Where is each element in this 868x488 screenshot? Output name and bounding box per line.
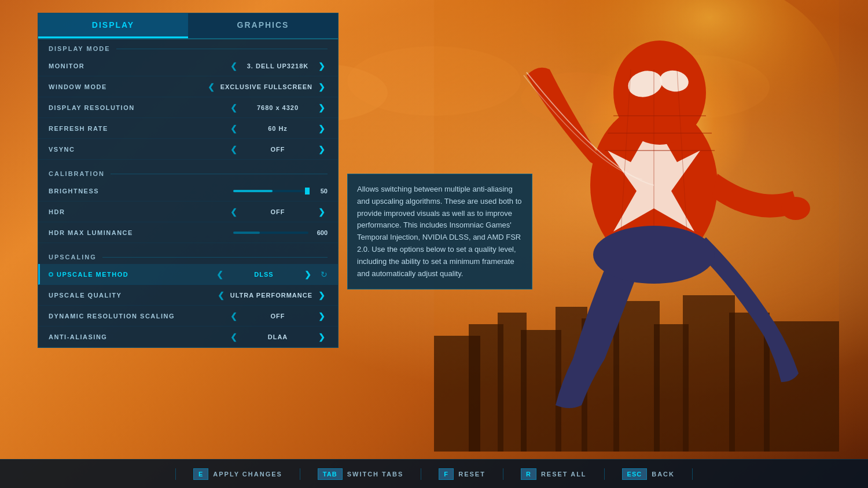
upscale-quality-row: UPSCALE QUALITY ❮ ULTRA PERFORMANCE ❯ [38,285,338,306]
upscale-quality-value: ULTRA PERFORMANCE [230,292,312,299]
upscale-method-row[interactable]: UPSCALE METHOD ❮ DLSS ❯ ↻ [38,264,338,285]
upscale-method-value-group: ❮ DLSS ❯ ↻ [214,269,328,280]
upscale-quality-value-group: ❮ ULTRA PERFORMANCE ❯ [215,289,328,301]
hdr-row: HDR ❮ OFF ❯ [38,201,338,222]
vsync-value-group: ❮ OFF ❯ [228,144,328,155]
reset-all-label: RESET ALL [541,471,587,478]
hdr-right-arrow[interactable]: ❯ [316,206,328,218]
section-divider [116,49,328,49]
calibration-section-header: CALIBRATION [38,164,338,181]
brightness-slider-thumb [305,188,310,195]
display-mode-section-header: DISPLAY MODE [38,39,338,56]
reset-action: F RESET [439,468,486,480]
monitor-right-arrow[interactable]: ❯ [316,60,328,72]
separator-3 [503,468,503,480]
tab-display[interactable]: DISPLAY [38,13,188,38]
tab-bar: DISPLAY GRAPHICS [38,13,338,39]
refresh-rate-row: REFRESH RATE ❮ 60 Hz ❯ [38,118,338,139]
window-mode-label: WINDOW MODE [49,83,205,90]
resolution-row: DISPLAY RESOLUTION ❮ 7680 x 4320 ❯ [38,97,338,118]
reset-label: RESET [458,471,486,478]
resolution-right-arrow[interactable]: ❯ [316,102,328,113]
back-action: ESC BACK [622,468,675,480]
upscale-method-value: DLSS [229,271,299,278]
hdr-value-group: ❮ OFF ❯ [228,206,328,218]
brightness-row: BRIGHTNESS 50 [38,181,338,201]
separator-4 [604,468,605,480]
upscale-quality-label: UPSCALE QUALITY [49,292,215,299]
refresh-rate-right-arrow[interactable]: ❯ [316,123,328,134]
dynamic-resolution-label: DYNAMIC RESOLUTION SCALING [49,313,228,320]
dynamic-resolution-value: OFF [243,313,312,320]
brightness-label: BRIGHTNESS [49,188,233,195]
vsync-label: VSYNC [49,146,228,153]
settings-panel: DISPLAY GRAPHICS DISPLAY MODE MONITOR ❮ … [38,13,339,348]
separator-5 [692,468,693,480]
back-key: ESC [622,468,648,480]
resolution-label: DISPLAY RESOLUTION [49,104,228,111]
upscaling-section-header: UPSCALING [38,248,338,264]
separator-0 [175,468,176,480]
anti-aliasing-label: ANTI-ALIASING [49,333,228,340]
brightness-slider-track[interactable] [233,190,308,192]
vsync-left-arrow[interactable]: ❮ [228,144,240,155]
dynamic-resolution-value-group: ❮ OFF ❯ [228,310,328,322]
refresh-rate-value-group: ❮ 60 Hz ❯ [228,123,328,134]
window-mode-right-arrow[interactable]: ❯ [316,81,328,93]
upscale-quality-right-arrow[interactable]: ❯ [316,289,328,301]
back-label: BACK [652,471,675,478]
reset-all-key: R [521,468,536,480]
switch-tabs-key: TAB [318,468,343,480]
switch-tabs-label: SWITCH TABS [347,471,404,478]
hdr-left-arrow[interactable]: ❮ [228,206,240,218]
reset-key: F [439,468,454,480]
hdr-luminance-slider-container: 600 [233,229,328,236]
hdr-luminance-slider-track[interactable] [233,232,308,234]
monitor-label: MONITOR [49,63,228,69]
dynamic-resolution-left-arrow[interactable]: ❮ [228,310,240,322]
upscale-method-right-arrow[interactable]: ❯ [302,269,314,280]
tooltip-box: Allows switching between multiple anti-a… [347,174,532,289]
resolution-left-arrow[interactable]: ❮ [228,102,240,113]
hdr-luminance-value: 600 [313,229,328,236]
calibration-divider [111,174,328,174]
reset-all-action: R RESET ALL [521,468,587,480]
calibration-title: CALIBRATION [49,170,105,177]
hdr-luminance-row: HDR MAX LUMINANCE 600 [38,222,338,243]
separator-2 [421,468,421,480]
monitor-left-arrow[interactable]: ❮ [228,60,240,72]
brightness-slider-fill [233,190,273,192]
hdr-value: OFF [243,208,312,215]
upscaling-title: UPSCALING [49,254,97,260]
upscale-method-left-arrow[interactable]: ❮ [214,269,226,280]
anti-aliasing-left-arrow[interactable]: ❮ [228,331,240,343]
apply-changes-key: E [193,468,208,480]
refresh-rate-label: REFRESH RATE [49,125,228,132]
upscale-quality-left-arrow[interactable]: ❮ [215,289,227,301]
apply-changes-label: APPLY CHANGES [213,471,282,478]
window-mode-left-arrow[interactable]: ❮ [205,81,217,93]
vsync-row: VSYNC ❮ OFF ❯ [38,139,338,160]
upscale-method-reset-icon[interactable]: ↻ [321,270,328,279]
switch-tabs-action: TAB SWITCH TABS [318,468,403,480]
vsync-right-arrow[interactable]: ❯ [316,144,328,155]
refresh-rate-left-arrow[interactable]: ❮ [228,123,240,134]
monitor-value-group: ❮ 3. DELL UP3218K ❯ [228,60,328,72]
settings-content: DISPLAY MODE MONITOR ❮ 3. DELL UP3218K ❯… [38,39,338,347]
display-mode-title: DISPLAY MODE [49,45,111,52]
upscaling-divider [102,257,328,258]
resolution-value: 7680 x 4320 [243,104,312,111]
monitor-row: MONITOR ❮ 3. DELL UP3218K ❯ [38,56,338,76]
dynamic-resolution-row: DYNAMIC RESOLUTION SCALING ❮ OFF ❯ [38,306,338,326]
tab-graphics[interactable]: GRAPHICS [188,13,338,38]
upscale-method-label: UPSCALE METHOD [57,271,214,278]
anti-aliasing-right-arrow[interactable]: ❯ [316,331,328,343]
resolution-value-group: ❮ 7680 x 4320 ❯ [228,102,328,113]
monitor-value: 3. DELL UP3218K [243,63,312,69]
anti-aliasing-row: ANTI-ALIASING ❮ DLAA ❯ [38,326,338,347]
brightness-value: 50 [313,188,328,195]
brightness-slider-container: 50 [233,188,328,195]
window-mode-value: EXCLUSIVE FULLSCREEN [220,83,312,90]
dynamic-resolution-right-arrow[interactable]: ❯ [316,310,328,322]
window-mode-row: WINDOW MODE ❮ EXCLUSIVE FULLSCREEN ❯ [38,76,338,97]
